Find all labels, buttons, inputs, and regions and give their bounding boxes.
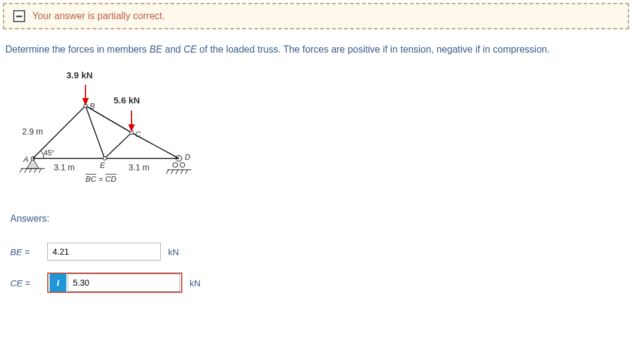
partial-correct-icon	[13, 10, 25, 22]
angle-label: 45°	[44, 149, 54, 157]
be-input[interactable]	[47, 243, 161, 261]
svg-line-11	[176, 170, 178, 174]
svg-line-18	[86, 106, 105, 158]
span-left-label: 3.1 m	[54, 163, 75, 172]
svg-marker-28	[83, 99, 88, 104]
be-label: BE =	[10, 247, 47, 257]
svg-marker-30	[129, 125, 134, 130]
node-b: B	[90, 102, 95, 111]
node-e: E	[100, 161, 105, 170]
svg-line-4	[34, 169, 36, 173]
bc-cd-relation: BC = CD	[86, 175, 117, 183]
ce-unit: kN	[190, 278, 200, 288]
svg-line-1	[20, 169, 22, 173]
svg-line-9	[166, 170, 169, 174]
svg-point-25	[103, 157, 106, 160]
be-unit: kN	[168, 247, 179, 257]
span-right-label: 3.1 m	[129, 163, 149, 172]
svg-point-14	[173, 163, 178, 167]
question-text: Determine the forces in members BE and C…	[3, 44, 629, 55]
svg-line-21	[105, 133, 132, 158]
node-c: C	[135, 130, 141, 139]
node-a: A	[23, 155, 29, 164]
feedback-box: Your answer is partially correct.	[3, 3, 629, 29]
answer-row-ce: CE = i kN	[10, 273, 629, 292]
svg-line-3	[29, 169, 32, 173]
feedback-message: Your answer is partially correct.	[32, 11, 165, 22]
node-d: D	[185, 152, 190, 161]
load-mid-label: 5.6 kN	[114, 95, 140, 105]
answers-heading: Answers:	[10, 213, 629, 224]
svg-line-10	[171, 170, 173, 174]
ce-input[interactable]	[68, 274, 180, 292]
dim-left-label: 2.9 m	[22, 127, 43, 136]
svg-point-15	[180, 163, 185, 167]
svg-line-2	[25, 169, 27, 173]
svg-line-13	[185, 170, 188, 174]
load-top-label: 3.9 kN	[66, 70, 93, 80]
svg-line-12	[181, 170, 183, 174]
answer-row-be: BE = kN	[10, 242, 629, 261]
truss-diagram: 3.9 kN 5.6 kN 2.9 m 45° A B C D E 3.1 m …	[9, 70, 206, 195]
ce-label: CE =	[10, 278, 47, 288]
svg-line-5	[39, 169, 41, 173]
info-button[interactable]: i	[50, 274, 66, 292]
